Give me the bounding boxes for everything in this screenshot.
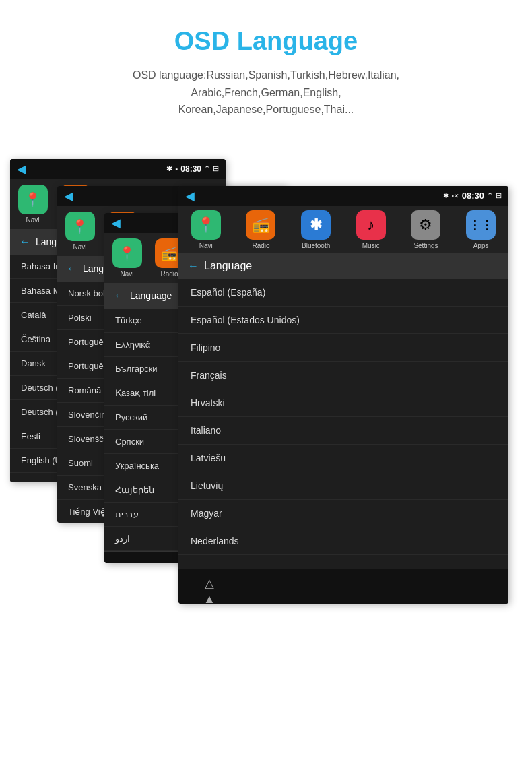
navi-icon-3: 📍	[112, 238, 142, 268]
signal-icon-1: ▪	[175, 165, 178, 173]
minus-icon-4: ⊟	[496, 191, 502, 200]
screen-4: ◀ ✱ ▪✕ 08:30 ⌃ ⊟ 📍 Navi 📻 Radio ✱ Blueto…	[178, 186, 508, 604]
app-apps-4[interactable]: ⋮⋮ Apps	[463, 210, 500, 249]
lang-header-4: ← Language	[178, 253, 508, 279]
back-nav-2[interactable]: ◀	[64, 189, 73, 203]
lang-list-4[interactable]: Español (España) Español (Estados Unidos…	[178, 279, 508, 569]
app-navi-4[interactable]: 📍 Navi	[187, 210, 224, 249]
radio-label-4: Radio	[252, 242, 269, 249]
time-1: 08:30	[180, 164, 201, 174]
apps-label-4: Apps	[473, 242, 489, 249]
back-nav-3[interactable]: ◀	[111, 216, 121, 230]
navi-icon-2: 📍	[65, 212, 95, 241]
list-item[interactable]: Latviešu	[178, 445, 508, 472]
lang-title-4: Language	[204, 260, 252, 272]
navi-label-4: Navi	[199, 242, 213, 249]
list-item[interactable]: Magyar	[178, 500, 508, 527]
app-navi-1[interactable]: 📍 Navi	[14, 185, 51, 224]
signal-icon-4: ▪✕	[452, 193, 459, 199]
back-arrow-4[interactable]: ←	[188, 260, 199, 272]
list-item[interactable]: Español (Estados Unidos)	[178, 307, 508, 334]
bottom-bar-4: △ ▲ 15 ▼ ▽ ✿ ✿ ▲ ▼ ◁	[178, 569, 508, 604]
subtitle: OSD language:Russian,Spanish,Turkish,Heb…	[13, 67, 519, 119]
list-item[interactable]: Español (España)	[178, 279, 508, 307]
navi-label-2: Navi	[73, 243, 86, 251]
back-arrow-1[interactable]: ←	[20, 236, 30, 248]
lang-title-3: Language	[130, 290, 172, 301]
radio-label-3: Radio	[160, 270, 178, 278]
app-bluetooth-4[interactable]: ✱ Bluetooth	[298, 210, 335, 249]
app-navi-2[interactable]: 📍 Navi	[61, 212, 98, 251]
app-music-4[interactable]: ♪ Music	[352, 210, 389, 249]
list-item[interactable]: Lietuvių	[178, 472, 508, 500]
settings-label-4: Settings	[413, 242, 438, 249]
navi-label-1: Navi	[26, 216, 39, 224]
app-bar-4: 📍 Navi 📻 Radio ✱ Bluetooth ♪ Music ⚙ Set…	[178, 206, 508, 253]
status-icons-1: ✱ ▪ 08:30 ⌃ ⊟	[166, 164, 219, 174]
radio-icon-4: 📻	[246, 210, 275, 240]
back-arrow-3[interactable]: ←	[114, 290, 125, 302]
list-item[interactable]: Hrvatski	[178, 389, 508, 417]
time-4: 08:30	[462, 191, 484, 201]
app-settings-4[interactable]: ⚙ Settings	[407, 210, 444, 249]
music-label-4: Music	[362, 242, 380, 249]
settings-icon-4: ⚙	[411, 210, 440, 240]
navi-icon-4: 📍	[191, 210, 221, 240]
app-navi-3[interactable]: 📍 Navi	[108, 238, 145, 278]
apps-icon-4: ⋮⋮	[466, 210, 496, 240]
status-bar-1: ◀ ✱ ▪ 08:30 ⌃ ⊟	[10, 159, 226, 179]
navi-label-3: Navi	[120, 270, 133, 278]
list-item[interactable]: Nederlands	[178, 527, 508, 555]
bluetooth-label-4: Bluetooth	[302, 242, 330, 249]
list-item[interactable]: Italiano	[178, 417, 508, 445]
app-radio-4[interactable]: 📻 Radio	[242, 210, 279, 249]
header-section: OSD Language OSD language:Russian,Spanis…	[0, 0, 532, 132]
list-item[interactable]: Filipino	[178, 334, 508, 362]
main-title: OSD Language	[13, 27, 519, 56]
back-nav-1[interactable]: ◀	[17, 162, 26, 176]
back-arrow-2[interactable]: ←	[67, 263, 77, 275]
music-icon-4: ♪	[356, 210, 386, 240]
list-item[interactable]: Français	[178, 362, 508, 389]
status-icons-4: ✱ ▪✕ 08:30 ⌃ ⊟	[443, 191, 502, 201]
up-fill-btn-4[interactable]: ▲	[203, 592, 215, 604]
up-outline-4[interactable]: △	[205, 576, 214, 591]
bluetooth-app-icon-4: ✱	[301, 210, 331, 240]
back-nav-4[interactable]: ◀	[185, 189, 195, 203]
minus-icon-1: ⊟	[213, 164, 219, 173]
arrow-up-4: ⌃	[487, 191, 493, 200]
bluetooth-icon-1: ✱	[166, 164, 172, 173]
arrow-up-1: ⌃	[204, 164, 210, 173]
status-bar-4: ◀ ✱ ▪✕ 08:30 ⌃ ⊟	[178, 186, 508, 206]
screenshots-container: ◀ ✱ ▪ 08:30 ⌃ ⊟ 📍 Navi 📻 Radio ← Languag…	[10, 146, 522, 631]
scroll-left-group-4: △ ▲ 15 ▼ ▽	[203, 576, 215, 604]
navi-icon-1: 📍	[18, 185, 48, 214]
bluetooth-icon-4: ✱	[443, 191, 449, 200]
